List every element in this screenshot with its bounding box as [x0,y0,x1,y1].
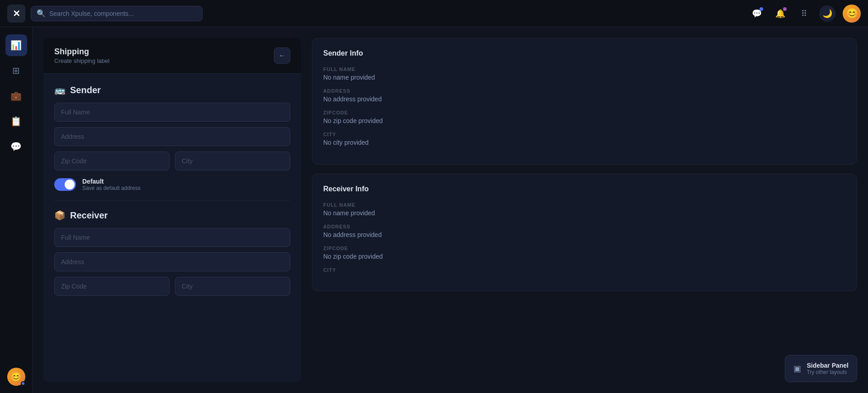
sender-fullname-value: No name provided [323,74,846,81]
sender-city-value: No city provided [323,139,846,146]
shipping-header-text: Shipping Create shipping label [54,47,109,64]
sidebar-item-chat[interactable]: 💬 [5,136,27,157]
sender-label: Sender [70,85,101,95]
receiver-info-title: Receiver Info [323,185,846,193]
search-bar[interactable]: 🔍 [31,6,203,21]
sender-address-group [54,127,290,146]
back-button[interactable]: ← [274,47,290,64]
toggle-label: Default Save as default address [82,178,141,191]
sender-icon: 🚌 [54,85,66,95]
receiver-info-address: ADDRESS No address provided [323,224,846,238]
back-arrow-icon: ← [278,52,286,60]
default-toggle[interactable] [54,178,76,191]
user-avatar[interactable]: 😊 [843,5,861,23]
sidebar-panel-icon: ▣ [793,364,801,374]
receiver-zipcode-label: ZIPCODE [323,246,846,251]
sidebar-item-grid[interactable]: ⊞ [5,60,27,81]
toast-title: Sidebar Panel [807,362,849,369]
sender-address-label: ADDRESS [323,88,846,94]
sender-section-title: 🚌 Sender [54,85,290,95]
right-panels: Sender Info FULL NAME No name provided A… [312,38,857,382]
sender-info-card: Sender Info FULL NAME No name provided A… [312,38,857,165]
sidebar-bottom: 😊 [7,368,25,386]
sender-fullname-label: FULL NAME [323,66,846,72]
sidebar-item-note[interactable]: 📋 [5,110,27,132]
shipping-panel: Shipping Create shipping label ← 🚌 Sende… [43,38,301,382]
toggle-title: Default [82,178,141,185]
receiver-info-zipcode: ZIPCODE No zip code provided [323,246,846,260]
receiver-fullname-label: FULL NAME [323,202,846,208]
receiver-fullname-input[interactable] [54,228,290,247]
online-dot [21,381,25,386]
toggle-sublabel: Save as default address [82,185,141,191]
moon-icon: 🌙 [822,9,832,19]
toggle-knob [65,180,75,189]
search-input[interactable] [49,6,197,21]
sender-info-title: Sender Info [323,49,846,57]
shipping-header: Shipping Create shipping label ← [43,38,301,74]
sender-fullname-group [54,103,290,122]
sender-info-fullname: FULL NAME No name provided [323,66,846,81]
sender-address-value: No address provided [323,95,846,103]
grid-icon-btn[interactable]: ⠿ [796,5,812,22]
note-icon: 📋 [10,116,22,127]
chat-icon-btn[interactable]: 💬 [749,5,765,22]
sender-info-zipcode: ZIPCODE No zip code provided [323,110,846,124]
receiver-address-group [54,252,290,271]
sidebar-item-briefcase[interactable]: 💼 [5,85,27,107]
sender-zipcode-value: No zip code provided [323,117,846,124]
shipping-title: Shipping [54,47,109,57]
sidebar: 📊 ⊞ 💼 📋 💬 😊 [0,27,33,393]
receiver-zipcode-value: No zip code provided [323,253,846,260]
sidebar-panel-toast[interactable]: ▣ Sidebar Panel Try other layouts [785,355,857,382]
receiver-info-fullname: FULL NAME No name provided [323,202,846,217]
dashboard-icon: 📊 [10,40,22,51]
section-divider [54,200,290,201]
receiver-zip-input[interactable] [54,277,170,296]
sender-info-address: ADDRESS No address provided [323,88,846,103]
receiver-address-label: ADDRESS [323,224,846,229]
receiver-section-title: 📦 Receiver [54,210,290,221]
toast-text: Sidebar Panel Try other layouts [807,362,849,375]
default-toggle-row: Default Save as default address [54,178,290,191]
receiver-label: Receiver [70,210,108,221]
receiver-fullname-group [54,228,290,247]
sender-fullname-input[interactable] [54,103,290,122]
shipping-subtitle: Create shipping label [54,57,109,64]
receiver-city-label: CITY [323,267,846,273]
topnav-icons: 💬 🔔 ⠿ 🌙 😊 [749,5,861,23]
bell-notification-dot [783,7,787,11]
receiver-info-card: Receiver Info FULL NAME No name provided… [312,174,857,291]
receiver-address-value: No address provided [323,231,846,238]
search-icon: 🔍 [37,9,46,18]
sender-city-label: CITY [323,132,846,137]
sidebar-item-dashboard[interactable]: 📊 [5,34,27,56]
sender-zipcode-label: ZIPCODE [323,110,846,115]
topnav: ✕ 🔍 💬 🔔 ⠿ 🌙 😊 [0,0,868,27]
receiver-icon: 📦 [54,210,66,221]
body-layout: 📊 ⊞ 💼 📋 💬 😊 Shipping Create [0,27,868,393]
chat-notification-dot [760,7,763,11]
sender-address-input[interactable] [54,127,290,146]
receiver-fullname-value: No name provided [323,209,846,217]
briefcase-icon: 💼 [10,90,22,101]
receiver-city-input[interactable] [175,277,290,296]
chat-bubble-icon: 💬 [10,141,22,152]
main-content: Shipping Create shipping label ← 🚌 Sende… [33,27,868,393]
receiver-address-input[interactable] [54,252,290,271]
sender-city-input[interactable] [175,152,290,170]
grid-icon: ⊞ [12,65,20,76]
sender-zip-city-group [54,152,290,170]
sender-info-city: CITY No city provided [323,132,846,146]
receiver-zip-city-group [54,277,290,296]
sender-zip-input[interactable] [54,152,170,170]
receiver-info-city: CITY [323,267,846,273]
bell-icon-btn[interactable]: 🔔 [772,5,788,22]
sidebar-user-avatar[interactable]: 😊 [7,368,25,386]
toast-subtitle: Try other layouts [807,369,849,375]
shipping-body: 🚌 Sender Defa [43,74,301,382]
theme-toggle-btn[interactable]: 🌙 [819,5,835,22]
app-logo[interactable]: ✕ [7,5,25,23]
